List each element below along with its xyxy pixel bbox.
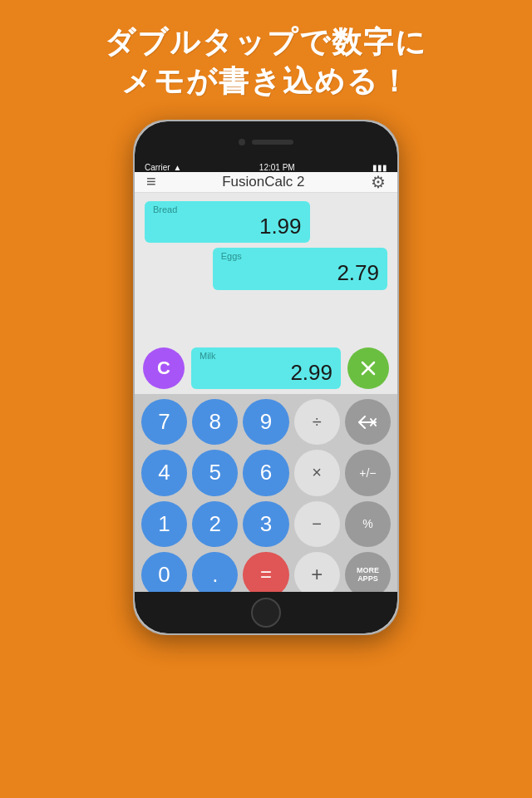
- display-area: Bread 1.99 Eggs 2.79: [135, 193, 397, 342]
- current-entry[interactable]: Milk 2.99: [191, 347, 341, 390]
- phone-top-bar: [135, 121, 397, 163]
- key-plusminus[interactable]: +/−: [345, 450, 391, 495]
- key-0[interactable]: 0: [141, 552, 187, 592]
- key-equals[interactable]: =: [243, 552, 288, 592]
- key-8[interactable]: 8: [192, 399, 238, 445]
- svg-line-2: [362, 369, 367, 374]
- entry-bread[interactable]: Bread 1.99: [145, 201, 310, 244]
- key-6[interactable]: 6: [243, 450, 288, 495]
- key-more-apps[interactable]: MOREAPPS: [345, 552, 391, 592]
- key-multiply[interactable]: ×: [294, 450, 340, 495]
- time-label: 12:01 PM: [259, 163, 295, 172]
- status-bar: Carrier ▲ 12:01 PM ▮▮▮: [135, 163, 397, 172]
- home-button[interactable]: [251, 598, 281, 628]
- key-plus[interactable]: +: [294, 552, 340, 592]
- wifi-icon: ▲: [174, 163, 182, 172]
- entry-eggs[interactable]: Eggs 2.79: [213, 248, 387, 290]
- merge-button[interactable]: [347, 347, 389, 389]
- key-percent[interactable]: %: [345, 501, 391, 547]
- key-backspace[interactable]: [345, 399, 391, 445]
- app-title: FusionCalc 2: [222, 174, 304, 190]
- status-left: Carrier ▲: [145, 163, 181, 172]
- eggs-value: 2.79: [221, 261, 379, 285]
- bread-value: 1.99: [153, 214, 302, 239]
- header-line2: メモが書き込める！: [105, 62, 427, 101]
- phone-speaker: [252, 140, 293, 145]
- settings-icon[interactable]: ⚙: [371, 172, 386, 192]
- menu-icon[interactable]: ≡: [146, 172, 156, 191]
- battery-icon: ▮▮▮: [372, 163, 387, 172]
- svg-line-0: [362, 362, 367, 367]
- carrier-label: Carrier: [145, 163, 170, 172]
- svg-line-3: [369, 369, 374, 374]
- clear-button[interactable]: C: [143, 347, 185, 389]
- key-1[interactable]: 1: [141, 501, 187, 547]
- key-4[interactable]: 4: [141, 450, 187, 495]
- header-text: ダブルタップで数字に メモが書き込める！: [105, 23, 427, 101]
- key-5[interactable]: 5: [192, 450, 238, 495]
- header-line1: ダブルタップで数字に: [105, 23, 427, 62]
- svg-line-1: [369, 362, 374, 367]
- input-row: C Milk 2.99: [135, 342, 397, 395]
- key-3[interactable]: 3: [243, 501, 288, 547]
- phone-bottom: [135, 592, 397, 633]
- app-content: Bread 1.99 Eggs 2.79 C Milk 2.99: [135, 193, 397, 592]
- milk-value: 2.99: [200, 361, 332, 385]
- phone-camera: [239, 139, 245, 145]
- milk-label: Milk: [200, 351, 332, 361]
- phone-inner: Carrier ▲ 12:01 PM ▮▮▮ ≡ FusionCalc 2 ⚙ …: [135, 163, 397, 592]
- phone-frame: Carrier ▲ 12:01 PM ▮▮▮ ≡ FusionCalc 2 ⚙ …: [133, 120, 399, 635]
- key-divide[interactable]: ÷: [294, 399, 340, 445]
- bread-label: Bread: [153, 204, 302, 214]
- key-7[interactable]: 7: [141, 399, 187, 445]
- key-dot[interactable]: .: [192, 552, 238, 592]
- status-right: ▮▮▮: [372, 163, 387, 172]
- key-minus[interactable]: −: [294, 501, 340, 547]
- key-9[interactable]: 9: [243, 399, 288, 445]
- app-nav-bar: ≡ FusionCalc 2 ⚙: [135, 172, 397, 193]
- key-2[interactable]: 2: [192, 501, 238, 547]
- keypad: 7 8 9 ÷ 4 5 6 × +/−: [135, 394, 397, 591]
